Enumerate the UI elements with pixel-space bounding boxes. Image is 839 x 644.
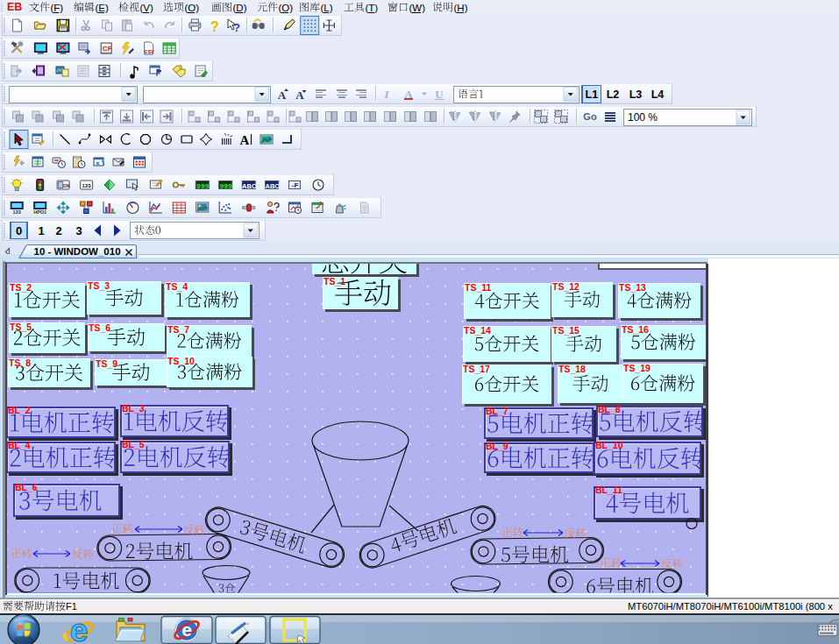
svg-text:TS_9: TS_9 [96, 358, 117, 369]
svg-text:Go: Go [583, 111, 597, 122]
svg-text:TS_14: TS_14 [464, 325, 491, 336]
svg-text:BL_10: BL_10 [595, 440, 623, 450]
svg-text:999: 999 [196, 182, 210, 190]
svg-text:TS_4: TS_4 [166, 281, 188, 292]
svg-text:(D): (D) [233, 3, 247, 13]
svg-text:HPO1: HPO1 [33, 209, 46, 215]
svg-text:10 - WINDOW_010: 10 - WINDOW_010 [34, 246, 121, 257]
svg-text:TS_2: TS_2 [10, 282, 32, 293]
svg-text:100 %: 100 % [628, 111, 658, 124]
svg-text:BL_4: BL_4 [8, 440, 31, 450]
svg-text:ABC: ABC [242, 182, 257, 190]
svg-text:L2: L2 [607, 88, 620, 101]
svg-text:2: 2 [55, 224, 61, 237]
svg-text:(H): (H) [454, 3, 468, 13]
svg-text:BL_9: BL_9 [486, 441, 508, 451]
svg-text:(V): (V) [140, 3, 154, 13]
svg-text:TS_17: TS_17 [463, 364, 490, 374]
svg-text:(W): (W) [409, 3, 426, 13]
svg-text:BL_6: BL_6 [15, 482, 38, 492]
svg-text:(T): (T) [366, 3, 379, 13]
svg-text:A: A [295, 88, 304, 102]
svg-text:BL_7: BL_7 [486, 406, 508, 416]
svg-text:123: 123 [13, 209, 21, 215]
svg-text:(F): (F) [51, 3, 64, 13]
svg-text:3: 3 [75, 224, 82, 237]
svg-text:TS_6: TS_6 [89, 322, 110, 333]
svg-text:I: I [383, 88, 389, 101]
svg-text:csv: csv [145, 48, 154, 54]
svg-text:TS_7: TS_7 [167, 324, 189, 335]
svg-text:TS_19: TS_19 [623, 363, 651, 373]
svg-text:L1: L1 [586, 88, 599, 101]
svg-text:MT6070iH/MT8070iH/MT6100i/MT81: MT6070iH/MT8070iH/MT6100i/MT8100i (800 x [628, 601, 833, 612]
svg-text:TS_11: TS_11 [465, 282, 492, 293]
svg-text:F1: F1 [66, 601, 77, 612]
svg-text:(O): (O) [279, 3, 294, 13]
svg-text:EB: EB [7, 1, 22, 13]
svg-text:e: e [181, 619, 192, 640]
svg-text:TS_18: TS_18 [558, 364, 586, 374]
svg-text:0: 0 [16, 224, 22, 237]
svg-text:BL_11: BL_11 [595, 485, 622, 495]
svg-text:A: A [240, 133, 250, 147]
svg-text:(O): (O) [185, 3, 200, 13]
svg-text:BL_2: BL_2 [8, 405, 31, 415]
svg-text:TS_12: TS_12 [552, 281, 579, 292]
svg-text:1: 1 [38, 224, 44, 237]
svg-text:BL_8: BL_8 [598, 404, 621, 414]
svg-text:BL_3: BL_3 [122, 403, 145, 414]
svg-text:TS_16: TS_16 [622, 324, 649, 335]
svg-text:e: e [70, 612, 89, 644]
svg-text:(E): (E) [96, 3, 110, 13]
svg-text:?: ? [233, 21, 240, 34]
svg-text:ON: ON [63, 183, 70, 188]
svg-text:(L): (L) [321, 3, 333, 13]
svg-text:TS_5: TS_5 [10, 322, 32, 332]
svg-text:999: 999 [219, 182, 232, 190]
svg-text:123: 123 [82, 183, 92, 188]
svg-text:CF: CF [103, 45, 112, 53]
svg-text:L3: L3 [629, 88, 643, 101]
svg-text:-F: -F [292, 181, 299, 189]
svg-text:BL_5: BL_5 [122, 439, 145, 449]
svg-text:TS_3: TS_3 [88, 280, 110, 291]
svg-text:TS_10: TS_10 [167, 356, 195, 366]
svg-text:TS_13: TS_13 [619, 282, 646, 293]
svg-text:TS_15: TS_15 [552, 325, 579, 336]
svg-text:L4: L4 [651, 88, 665, 101]
svg-text:TS_1: TS_1 [324, 276, 345, 287]
svg-text:?: ? [210, 19, 219, 34]
svg-text:ABC: ABC [265, 182, 280, 190]
svg-text:TS_8: TS_8 [9, 357, 31, 368]
